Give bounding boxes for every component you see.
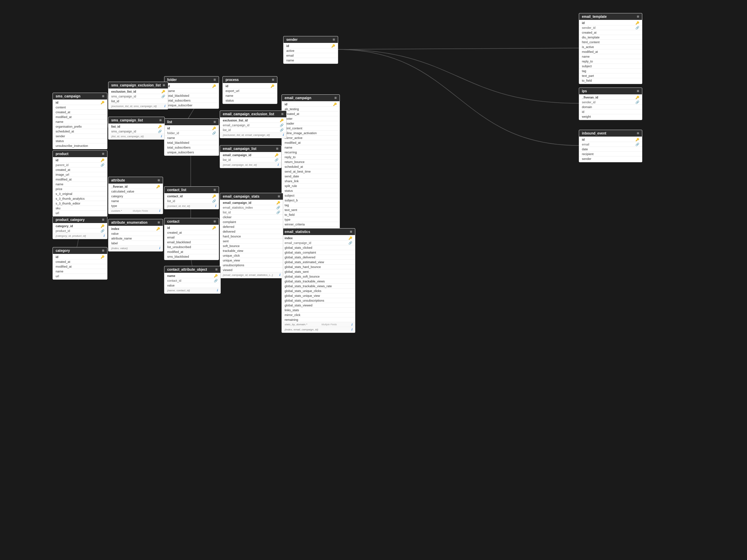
table-expand-icon-email_campaign_stats[interactable]: ⊞ [278, 195, 280, 198]
field-name: contact_id [167, 195, 183, 198]
table-expand-icon-ips[interactable]: ⊞ [637, 90, 639, 93]
table-row: contact_id🔑 [164, 194, 219, 199]
table-row: id🔑 [164, 84, 219, 89]
table-row: global_stats_soft_bounce [282, 274, 355, 279]
table-header-email_campaign_stats: email_campaign_stats⊞ [220, 193, 283, 200]
field-name: tag [285, 203, 289, 207]
field-name: unique_subscribers [167, 151, 194, 154]
table-row: name [282, 145, 340, 150]
table-expand-icon-process[interactable]: ⊞ [272, 78, 274, 81]
field-name: email [167, 236, 175, 239]
table-header-sms_campaign_list: sms_campaign_list⊞ [108, 117, 164, 124]
table-expand-icon-contact_attribute_object[interactable]: ⊞ [215, 268, 218, 271]
table-expand-icon-email_campaign[interactable]: ⊞ [334, 96, 337, 100]
table-expand-icon-folder[interactable]: ⊞ [214, 78, 216, 81]
table-expand-icon-category[interactable]: ⊞ [102, 249, 104, 252]
table-row: unsubscribe_instruction [53, 143, 107, 148]
table-expand-icon-email_statistics[interactable]: ⊞ [350, 230, 352, 233]
field-name: _fiveran_id [582, 96, 598, 99]
table-row: domain [579, 105, 642, 109]
table-body-sms_campaign_list: list_id🔑sms_campaign_id🔗{list_id, sms_ca… [108, 124, 164, 139]
table-row: complaint [220, 220, 283, 224]
field-name: subject [582, 65, 592, 68]
table-list: list⊞id🔑folder_id🔗nametotal_blacklistedt… [164, 118, 219, 156]
field-name: email [286, 54, 294, 57]
table-expand-icon-sender[interactable]: ⊞ [333, 38, 335, 41]
field-name: total_blacklisted [167, 141, 189, 144]
diagram-container: email_template⊞id🔑sender_id🔗created_atdi… [0, 0, 747, 560]
table-expand-icon-contact_list[interactable]: ⊞ [214, 188, 216, 191]
table-title-product: product [56, 152, 68, 156]
table-sms_campaign_exclusion_list: sms_campaign_exclusion_list⊞exclusion_li… [108, 82, 168, 109]
field-name: to_field [285, 213, 295, 217]
field-name: url [56, 211, 59, 215]
table-expand-icon-sms_campaign[interactable]: ⊞ [102, 95, 104, 98]
pk-icon: 🔑 [156, 185, 160, 188]
table-row: type [108, 203, 163, 208]
table-title-email_campaign: email_campaign [285, 96, 311, 100]
table-expand-icon-contact[interactable]: ⊞ [214, 220, 216, 223]
field-name: hard_bounce [223, 235, 241, 238]
table-header-inbound_event: inbound_event⊞ [579, 130, 642, 137]
table-expand-icon-email_campaign_list[interactable]: ⊞ [276, 147, 278, 150]
table-header-sms_campaign: sms_campaign⊞ [53, 93, 107, 100]
table-expand-icon-sms_campaign_list[interactable]: ⊞ [159, 119, 162, 122]
table-expand-icon-product[interactable]: ⊞ [102, 152, 104, 155]
table-row: inline_image_activation [282, 131, 340, 136]
table-sender: sender⊞id🔑activeemailname [283, 36, 338, 64]
table-row: global_stats_viewed [282, 303, 355, 308]
table-expand-icon-sms_campaign_exclusion_list[interactable]: ⊞ [163, 84, 165, 87]
field-name: mirror_click [285, 313, 300, 317]
table-row: links_stats [282, 308, 355, 313]
field-name: global_stats_delivered [285, 256, 315, 259]
fk-icon: 🔗 [101, 229, 104, 233]
field-name: unique_subscriber [167, 104, 193, 107]
field-name: global_stats_clicked [285, 246, 312, 249]
pk-icon: 🔑 [275, 153, 278, 157]
fk-icon: 🔗 [280, 128, 284, 132]
table-expand-icon-list[interactable]: ⊞ [214, 120, 216, 124]
info-icon: ℹ [283, 133, 284, 137]
table-row: is_active [579, 45, 642, 49]
table-row: tag [282, 203, 340, 208]
table-row: sender_id🔗 [579, 25, 642, 30]
table-row: email_campaign_id🔑 [220, 153, 281, 158]
table-expand-icon-attribute[interactable]: ⊞ [158, 179, 160, 182]
table-body-attribute: _fiveran_id🔑calculated_valuecategoryname… [108, 184, 163, 214]
field-name: name [582, 55, 590, 58]
table-expand-icon-attribute_enumeration[interactable]: ⊞ [158, 221, 160, 224]
table-row: index🔑 [282, 236, 355, 241]
field-name: s_3_thumb_editor [56, 202, 80, 205]
field-name: id [56, 101, 58, 104]
pk-icon: 🔑 [212, 84, 216, 88]
field-name: subject_b [285, 199, 298, 202]
table-row: to_field [282, 212, 340, 217]
field-name: list_unsubscribed [167, 245, 191, 249]
table-row: list_unsubscribed [164, 245, 219, 249]
table-row: unique_view [220, 258, 283, 263]
table-row: modified_at [579, 49, 642, 54]
table-product_category: product_category⊞category_id🔑product_id🔗… [53, 216, 107, 239]
field-name: status [226, 99, 234, 102]
table-header-sms_campaign_exclusion_list: sms_campaign_exclusion_list⊞ [108, 82, 168, 89]
table-title-folder: folder [167, 78, 177, 82]
table-email_statistics: email_statistics⊞index🔑email_campaign_id… [281, 228, 355, 333]
field-name: global_stats_hard_bounce [285, 265, 321, 269]
table-expand-icon-product_category[interactable]: ⊞ [102, 218, 104, 221]
field-name: index [285, 236, 293, 240]
pk-icon: 🔑 [271, 84, 274, 88]
table-row: name [53, 119, 107, 124]
field-name: sender [582, 157, 591, 161]
field-name: sku [56, 207, 60, 210]
table-expand-icon-email_campaign_exclusion_list[interactable]: ⊞ [281, 113, 284, 116]
field-name: name [56, 120, 64, 124]
field-name: sender_id [582, 101, 596, 104]
table-row: unique_click [220, 253, 283, 258]
table-expand-icon-email_template[interactable]: ⊞ [637, 15, 639, 18]
field-name: organisation_prefix [56, 125, 82, 128]
table-row: status [53, 139, 107, 143]
table-expand-icon-inbound_event[interactable]: ⊞ [637, 132, 639, 135]
table-header-email_campaign_exclusion_list: email_campaign_exclusion_list⊞ [220, 111, 286, 117]
table-title-email_campaign_stats: email_campaign_stats [223, 195, 260, 198]
field-name: id [226, 84, 228, 88]
